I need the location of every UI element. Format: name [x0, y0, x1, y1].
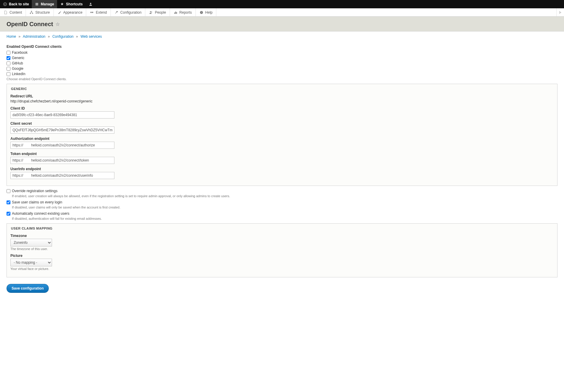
save-claims-label: Save user claims on every login — [12, 200, 62, 204]
client-generic-checkbox[interactable] — [7, 56, 10, 60]
client-github-label: GitHub — [12, 61, 23, 65]
page-title: OpenID Connect ☆ — [7, 21, 557, 28]
auth-endpoint-input[interactable] — [10, 142, 114, 149]
tab-help[interactable]: ? Help — [196, 8, 217, 16]
client-github-checkbox[interactable] — [7, 61, 10, 65]
tab-content[interactable]: Content — [0, 8, 26, 16]
svg-rect-9 — [174, 12, 175, 14]
back-arrow-icon — [3, 2, 7, 6]
svg-rect-4 — [32, 13, 33, 14]
breadcrumb: Home » Administration » Configuration » … — [0, 31, 564, 42]
collapse-icon — [559, 11, 562, 14]
client-generic-label: Generic — [12, 56, 24, 60]
manage-label: Manage — [41, 2, 54, 6]
favorite-star-icon[interactable]: ☆ — [56, 21, 60, 27]
redirect-url-label: Redirect URL — [10, 94, 554, 98]
tab-label: People — [155, 10, 166, 15]
tab-label: Structure — [35, 10, 50, 15]
nav-collapse[interactable] — [556, 8, 564, 16]
override-registration: Override registration settings — [7, 189, 557, 193]
override-registration-label: Override registration settings — [12, 189, 57, 193]
mapping-title: USER CLAIMS MAPPING — [10, 227, 554, 232]
svg-point-1 — [90, 3, 92, 4]
tab-extend[interactable]: Extend — [86, 8, 111, 16]
svg-rect-5 — [91, 12, 92, 13]
shortcuts-menu[interactable]: Shortcuts — [57, 0, 86, 8]
redirect-url-item: Redirect URL http://drupal.chefchezbert.… — [10, 94, 554, 103]
client-linkedin: LinkedIn — [7, 72, 557, 76]
save-claims: Save user claims on every login — [7, 200, 557, 204]
crumb-config[interactable]: Configuration — [52, 34, 73, 39]
crumb-sep: » — [48, 34, 50, 39]
client-secret-input[interactable] — [10, 127, 114, 134]
form-body: Enabled OpenID Connect clients Facebook … — [0, 42, 564, 302]
override-registration-hint: If enabled, user creation will always be… — [12, 194, 557, 198]
manage-toggle[interactable]: Manage — [32, 0, 57, 8]
auth-endpoint-label: Authorization endpoint — [10, 137, 554, 141]
svg-point-7 — [150, 11, 151, 12]
picture-select[interactable]: - No mapping - — [10, 259, 52, 266]
client-facebook: Facebook — [7, 50, 557, 55]
userinfo-endpoint-item: UserInfo endpoint — [10, 167, 554, 179]
crumb-sep: » — [18, 34, 21, 39]
auto-connect-checkbox[interactable] — [7, 212, 10, 216]
svg-rect-10 — [175, 12, 176, 14]
auto-connect: Automatically connect existing users — [7, 211, 557, 216]
shortcuts-label: Shortcuts — [66, 2, 83, 6]
timezone-select[interactable]: Zoneinfo — [10, 239, 52, 246]
back-to-site[interactable]: Back to site — [0, 0, 32, 8]
user-menu[interactable] — [86, 0, 96, 8]
picture-label: Picture — [10, 254, 554, 258]
tab-configuration[interactable]: Configuration — [111, 8, 145, 16]
redirect-url-value: http://drupal.chefchezbert.nl/openid-con… — [10, 99, 554, 103]
userinfo-endpoint-label: UserInfo endpoint — [10, 167, 554, 171]
tab-appearance[interactable]: Appearance — [54, 8, 86, 16]
extend-icon — [90, 10, 94, 15]
client-linkedin-checkbox[interactable] — [7, 72, 10, 76]
tab-reports[interactable]: Reports — [170, 8, 196, 16]
userinfo-endpoint-input[interactable] — [10, 172, 114, 179]
star-icon — [60, 2, 64, 6]
client-generic: Generic — [7, 56, 557, 60]
back-label: Back to site — [9, 2, 29, 6]
help-icon: ? — [199, 10, 204, 15]
bar-chart-icon — [174, 10, 178, 15]
tab-people[interactable]: People — [145, 8, 170, 16]
auth-endpoint-item: Authorization endpoint — [10, 137, 554, 149]
tab-label: Reports — [179, 10, 192, 15]
client-id-input[interactable] — [10, 111, 114, 118]
client-secret-label: Client secret — [10, 121, 554, 126]
picture-item: Picture - No mapping - Your virtual face… — [10, 254, 554, 271]
timezone-item: Timezone Zoneinfo The timezone of this u… — [10, 234, 554, 251]
clients-hint: Choose enabled OpenID Connect clients. — [7, 77, 557, 81]
appearance-icon — [57, 10, 62, 15]
token-endpoint-label: Token endpoint — [10, 152, 554, 156]
crumb-web[interactable]: Web services — [81, 34, 102, 39]
token-endpoint-item: Token endpoint — [10, 152, 554, 164]
structure-icon — [29, 10, 34, 15]
admin-nav: Content Structure Appearance Extend Conf… — [0, 8, 564, 17]
client-google: Google — [7, 67, 557, 71]
auto-connect-label: Automatically connect existing users — [12, 211, 69, 216]
client-facebook-checkbox[interactable] — [7, 51, 10, 55]
crumb-admin[interactable]: Administration — [23, 34, 45, 39]
picture-hint: Your virtual face or picture. — [10, 267, 554, 271]
mapping-fieldset: USER CLAIMS MAPPING Timezone Zoneinfo Th… — [7, 223, 557, 277]
file-icon — [4, 10, 8, 15]
timezone-hint: The timezone of this user. — [10, 247, 554, 251]
tab-structure[interactable]: Structure — [26, 8, 54, 16]
tab-label: Content — [10, 10, 22, 15]
crumb-home[interactable]: Home — [7, 34, 16, 39]
generic-fieldset: GENERIC Redirect URL http://drupal.chefc… — [7, 84, 557, 186]
save-button[interactable]: Save configuration — [7, 284, 49, 293]
svg-text:?: ? — [201, 12, 202, 14]
tab-label: Extend — [96, 10, 107, 15]
save-claims-checkbox[interactable] — [7, 200, 10, 204]
svg-point-0 — [4, 3, 7, 6]
client-google-checkbox[interactable] — [7, 67, 10, 71]
enabled-clients-heading: Enabled OpenID Connect clients — [7, 45, 557, 49]
menu-icon — [35, 2, 39, 6]
token-endpoint-input[interactable] — [10, 157, 114, 164]
topbar: Back to site Manage Shortcuts — [0, 0, 564, 8]
override-registration-checkbox[interactable] — [7, 189, 10, 193]
